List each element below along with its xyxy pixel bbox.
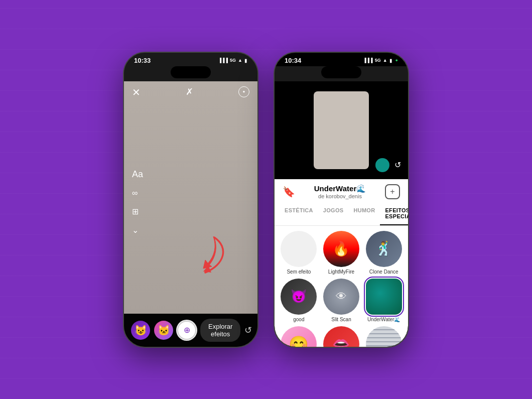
bookmark-button[interactable]: 🔖 bbox=[283, 186, 295, 198]
chevron-down-icon[interactable]: ⌄ bbox=[132, 225, 143, 235]
time-1: 10:33 bbox=[134, 57, 151, 64]
effect-item-gridpattern[interactable] bbox=[364, 326, 403, 347]
bottom-bar-1: 😺 🐱 ⊕ Explorar efeitos ↺ bbox=[124, 314, 257, 347]
phone-1: 10:33 ▐▐▐ 5G ▲ ▮ ✕ ✗ ● Aa ∞ ⊞ ⌄ bbox=[123, 52, 258, 348]
effect-item-good[interactable]: 😈 good bbox=[280, 279, 318, 322]
arrow-indicator bbox=[174, 232, 229, 280]
lips-emoji: 👄 bbox=[332, 336, 350, 347]
battery-1: ▮ bbox=[244, 58, 247, 63]
text-tool-icon[interactable]: Aa bbox=[132, 169, 143, 180]
effect-item-fire[interactable]: 🔥 LightMyFire bbox=[322, 231, 361, 275]
tab-humor-label: HUMOR bbox=[353, 207, 375, 213]
plus-icon: + bbox=[390, 187, 394, 196]
time-2: 10:34 bbox=[285, 57, 301, 64]
effect-label-none: Sem efeito bbox=[287, 269, 311, 275]
effect-label-clone: Clone Dance bbox=[369, 269, 398, 275]
svg-text:DII DII DII DII DII DII: DII DII DII DII DII DII bbox=[0, 4, 364, 49]
effect-label-underwater: UnderWater🌊 bbox=[367, 317, 401, 322]
tab-jogos-label: JOGOS bbox=[323, 207, 344, 213]
grid-icon[interactable]: ⊞ bbox=[132, 207, 143, 216]
camera-view-1: ✕ ✗ ● Aa ∞ ⊞ ⌄ bbox=[124, 81, 257, 314]
effect-thumb-fire: 🔥 bbox=[323, 231, 359, 267]
explore-effects-button[interactable]: Explorar efeitos bbox=[200, 319, 240, 342]
dynamic-island-1 bbox=[171, 66, 211, 78]
tab-estetica-label: ESTÉTICA bbox=[285, 207, 313, 213]
good-emoji: 😈 bbox=[291, 289, 307, 304]
camera-preview bbox=[314, 91, 369, 169]
search-effects-button[interactable]: ⊕ bbox=[177, 321, 196, 340]
network-2: 5G bbox=[375, 58, 381, 63]
effect-thumb-good: 😈 bbox=[281, 279, 317, 315]
tab-efeitos-label: EFEITOS ESPECIAIS bbox=[385, 207, 408, 219]
svg-text:DII DII DII DII DII DII: DII DII DII DII DII DII bbox=[0, 365, 364, 399]
effect-thumb-slit: 👁 bbox=[323, 279, 359, 315]
status-bar-2: 10:34 ▐▐▐ 5G ▲ ▮ ● bbox=[275, 53, 408, 66]
side-controls-1: Aa ∞ ⊞ ⌄ bbox=[132, 169, 143, 235]
effect-thumb-gridpattern bbox=[366, 326, 402, 347]
battery-charging: ● bbox=[395, 58, 398, 63]
effect-name: UnderWater🌊 bbox=[314, 184, 366, 193]
red-arrow-svg bbox=[174, 232, 229, 278]
camera-flip-icon[interactable]: ↺ bbox=[394, 160, 401, 170]
fire-emoji: 🔥 bbox=[332, 240, 350, 257]
effect-item-underwater[interactable]: UnderWater🌊 bbox=[364, 279, 403, 322]
tab-efeitos-especiais[interactable]: EFEITOS ESPECIAIS bbox=[380, 202, 408, 225]
effect-thumb-underwater bbox=[366, 279, 402, 315]
camera-overlay-controls: ↺ bbox=[375, 158, 401, 172]
effect-icon-2[interactable]: 🐱 bbox=[154, 321, 173, 340]
explore-label: Explorar efeitos bbox=[208, 323, 232, 338]
watermark-background: .wm { fill: #9B4FDE; font-size: 80px; fo… bbox=[0, 0, 532, 399]
battery-2: ▮ bbox=[389, 58, 392, 63]
effect-item-face[interactable]: 😊 bbox=[280, 326, 318, 347]
dynamic-island-2 bbox=[321, 66, 361, 78]
effect-item-clone[interactable]: 🕺 Clone Dance bbox=[364, 231, 403, 275]
effects-grid: Sem efeito 🔥 LightMyFire 🕺 Clone Dance 😈 bbox=[275, 226, 408, 347]
slit-emoji: 👁 bbox=[336, 290, 347, 303]
effect-author: de korobov_denis bbox=[318, 193, 362, 199]
infinity-icon[interactable]: ∞ bbox=[132, 189, 143, 198]
effects-bar: 😺 🐱 ⊕ bbox=[131, 321, 196, 340]
network-1: 5G bbox=[230, 58, 236, 63]
effect-item-lips[interactable]: 👄 bbox=[322, 326, 361, 347]
signal-bars-1: ▐▐▐ bbox=[218, 58, 228, 63]
wifi-icon-2: ▲ bbox=[383, 58, 387, 63]
search-plus-icon: ⊕ bbox=[184, 325, 190, 335]
face-emoji: 😊 bbox=[289, 335, 309, 347]
clone-emoji: 🕺 bbox=[375, 240, 392, 257]
effect-item-none[interactable]: Sem efeito bbox=[280, 231, 318, 275]
camera-view-2: ↺ bbox=[275, 81, 408, 179]
top-controls-1: ✕ ✗ ● bbox=[124, 81, 257, 103]
effect-label-fire: LightMyFire bbox=[328, 269, 354, 275]
status-icons-2: ▐▐▐ 5G ▲ ▮ ● bbox=[363, 58, 398, 63]
add-effect-button[interactable]: + bbox=[385, 184, 400, 199]
phone-2: 10:34 ▐▐▐ 5G ▲ ▮ ● ↺ 🔖 UnderW bbox=[274, 52, 409, 348]
close-button-1[interactable]: ✕ bbox=[132, 86, 141, 98]
status-icons-1: ▐▐▐ 5G ▲ ▮ bbox=[218, 58, 247, 63]
signal-bars-2: ▐▐▐ bbox=[363, 58, 372, 63]
watermark-svg: .wm { fill: #9B4FDE; font-size: 80px; fo… bbox=[0, 0, 532, 399]
effect-tabs: ESTÉTICA JOGOS HUMOR EFEITOS ESPECIAIS bbox=[275, 202, 408, 226]
effect-header: 🔖 UnderWater🌊 de korobov_denis + bbox=[275, 179, 408, 202]
effect-thumb-none bbox=[281, 231, 317, 267]
effect-icon-1[interactable]: 😺 bbox=[131, 321, 150, 340]
tab-jogos[interactable]: JOGOS bbox=[318, 202, 349, 225]
flash-off-icon[interactable]: ✗ bbox=[186, 86, 193, 98]
effect-thumb-face: 😊 bbox=[281, 326, 317, 347]
effect-title-area: UnderWater🌊 de korobov_denis bbox=[295, 184, 385, 199]
status-bar-1: 10:33 ▐▐▐ 5G ▲ ▮ bbox=[124, 53, 257, 66]
effect-thumb-clone: 🕺 bbox=[366, 231, 402, 267]
wifi-icon-1: ▲ bbox=[238, 58, 242, 63]
effect-item-slit[interactable]: 👁 Slit Scan bbox=[322, 279, 361, 322]
effect-label-good: good bbox=[293, 317, 304, 322]
teal-record-button[interactable] bbox=[375, 158, 389, 172]
effect-thumb-lips: 👄 bbox=[323, 326, 359, 347]
refresh-button[interactable]: ↺ bbox=[244, 325, 252, 336]
circle-icon-1[interactable]: ● bbox=[238, 86, 249, 97]
tab-estetica[interactable]: ESTÉTICA bbox=[280, 202, 318, 225]
tab-humor[interactable]: HUMOR bbox=[348, 202, 380, 225]
effect-label-slit: Slit Scan bbox=[331, 317, 351, 322]
